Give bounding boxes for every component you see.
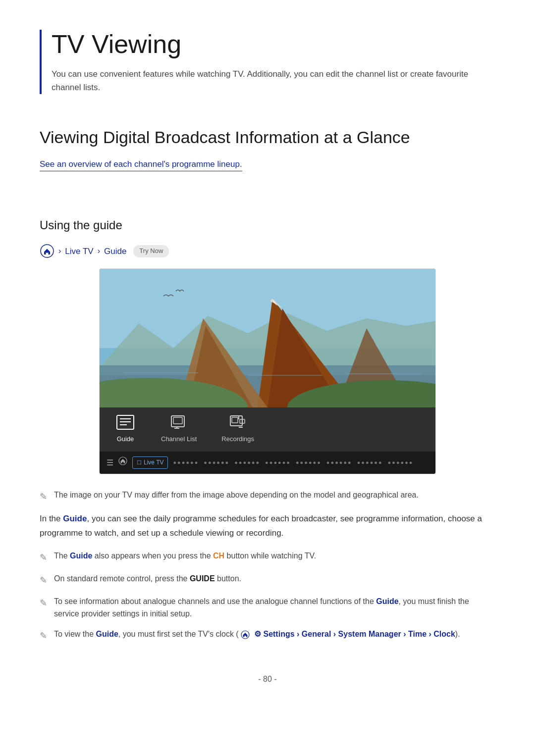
- channel-dots-5: ●●●●●●: [296, 458, 321, 467]
- page-number: - 80 -: [40, 673, 495, 686]
- settings-path: ⚙ Settings › General › System Manager › …: [254, 630, 455, 638]
- guide-menu-bar: Guide Channel List: [100, 407, 435, 452]
- channel-dots-1: ●●●●●●: [173, 458, 199, 467]
- guide-menu-label-recordings: Recordings: [221, 434, 254, 445]
- svg-rect-27: [232, 417, 238, 423]
- pencil-icon-1: ✎: [40, 490, 47, 504]
- guide-menu-guide[interactable]: Guide: [114, 413, 136, 445]
- note-text-5: To view the Guide, you must first set th…: [54, 628, 460, 641]
- pencil-icon-4: ✎: [40, 597, 47, 610]
- live-tv-square-icon: ☐: [137, 458, 142, 467]
- page-title: TV Viewing: [52, 30, 495, 59]
- note-text-2: The Guide also appears when you press th…: [54, 550, 316, 562]
- nav-guide: Guide: [104, 245, 126, 258]
- section-guide: Using the guide › Live TV › Guide Try No…: [40, 216, 495, 643]
- section1-heading: Viewing Digital Broadcast Information at…: [40, 124, 495, 151]
- home-icon-inline: [239, 630, 252, 638]
- page-description: You can use convenient features while wa…: [52, 67, 495, 94]
- nav-separator-2: ›: [98, 245, 100, 257]
- channel-dots-3: ●●●●●●: [234, 458, 260, 467]
- guide-menu-label-guide: Guide: [117, 434, 134, 445]
- tv-screenshot: Guide Channel List: [99, 268, 436, 474]
- pencil-icon-5: ✎: [40, 629, 47, 643]
- note-text-1: The image on your TV may differ from the…: [54, 489, 419, 502]
- guide-button-label: GUIDE: [190, 574, 215, 583]
- section2-heading: Using the guide: [40, 216, 495, 235]
- guide-description: In the Guide, you can see the daily prog…: [40, 512, 495, 541]
- channel-dots-4: ●●●●●●: [265, 458, 291, 467]
- live-tv-label: Live TV: [144, 458, 163, 467]
- nav-separator-1: ›: [58, 245, 61, 257]
- note-ch-button: ✎ The Guide also appears when you press …: [40, 550, 495, 565]
- nav-breadcrumb: › Live TV › Guide Try Now: [40, 244, 495, 258]
- note-analogue-channels: ✎ To see information about analogue chan…: [40, 596, 495, 620]
- pencil-icon-3: ✎: [40, 574, 47, 588]
- live-tv-button[interactable]: ☐ Live TV: [132, 456, 168, 469]
- page-header: TV Viewing You can use convenient featur…: [40, 30, 495, 94]
- note-text-3: On standard remote control, press the GU…: [54, 573, 241, 585]
- note-image-disclaimer: ✎ The image on your TV may differ from t…: [40, 489, 495, 504]
- ch-button-label: CH: [213, 552, 224, 560]
- guide-menu-label-channel-list: Channel List: [161, 434, 197, 445]
- guide-link-inline-1: Guide: [63, 514, 87, 523]
- recordings-icon: [227, 413, 249, 431]
- guide-list-icon: [114, 413, 136, 431]
- mountain-image: [100, 269, 435, 407]
- section-broadcast-info: Viewing Digital Broadcast Information at…: [40, 124, 495, 186]
- note-text-4: To see information about analogue channe…: [54, 596, 495, 620]
- guide-link-inline-3: Guide: [376, 597, 398, 605]
- nav-live-tv: Live TV: [65, 245, 93, 258]
- channel-dots-8: ●●●●●●: [388, 458, 414, 467]
- channel-dots-6: ●●●●●●: [326, 458, 352, 467]
- home-icon: [40, 244, 54, 258]
- hamburger-icon: ☰: [107, 456, 113, 469]
- section1-link[interactable]: See an overview of each channel's progra…: [40, 157, 242, 171]
- svg-rect-23: [173, 417, 182, 424]
- guide-link-inline-2: Guide: [70, 552, 92, 560]
- channel-list-icon: [168, 413, 190, 431]
- guide-menu-channel-list[interactable]: Channel List: [161, 413, 197, 445]
- channel-bar: ☰ ☐ Live TV ●●●●●● ●●●●●● ●●●●●● ●●●●●● …: [100, 452, 435, 474]
- try-now-badge[interactable]: Try Now: [133, 245, 169, 257]
- note-guide-button: ✎ On standard remote control, press the …: [40, 573, 495, 588]
- pencil-icon-2: ✎: [40, 551, 47, 565]
- guide-link-inline-4: Guide: [96, 630, 118, 638]
- guide-menu-recordings[interactable]: Recordings: [221, 413, 254, 445]
- channel-dots-7: ●●●●●●: [357, 458, 383, 467]
- channel-dots-2: ●●●●●●: [204, 458, 229, 467]
- note-clock-setup: ✎ To view the Guide, you must first set …: [40, 628, 495, 643]
- channel-home-icon: [118, 455, 127, 470]
